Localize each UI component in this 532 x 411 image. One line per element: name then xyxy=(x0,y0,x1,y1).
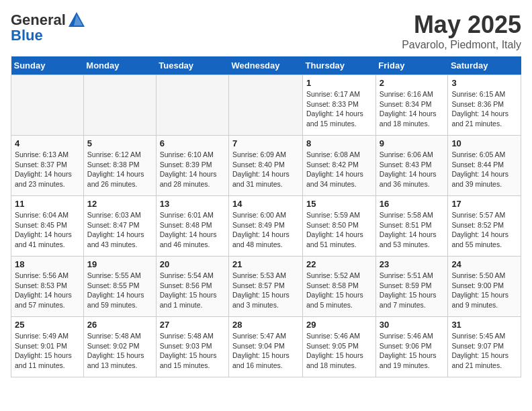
calendar-cell: 29Sunrise: 5:46 AM Sunset: 9:05 PM Dayli… xyxy=(303,317,376,377)
day-info: Sunrise: 5:50 AM Sunset: 9:00 PM Dayligh… xyxy=(451,271,517,310)
calendar-cell: 9Sunrise: 6:06 AM Sunset: 8:43 PM Daylig… xyxy=(375,136,448,196)
calendar-cell: 13Sunrise: 6:01 AM Sunset: 8:48 PM Dayli… xyxy=(156,196,228,257)
day-info: Sunrise: 5:59 AM Sunset: 8:50 PM Dayligh… xyxy=(306,210,372,250)
day-number: 26 xyxy=(87,320,152,330)
calendar-cell: 15Sunrise: 5:59 AM Sunset: 8:50 PM Dayli… xyxy=(303,196,376,257)
day-number: 12 xyxy=(87,199,152,209)
day-info: Sunrise: 5:57 AM Sunset: 8:52 PM Dayligh… xyxy=(451,210,517,250)
day-number: 9 xyxy=(380,138,445,148)
calendar-cell: 6Sunrise: 6:10 AM Sunset: 8:39 PM Daylig… xyxy=(156,136,228,196)
calendar-cell: 26Sunrise: 5:48 AM Sunset: 9:02 PM Dayli… xyxy=(83,317,156,377)
day-info: Sunrise: 6:13 AM Sunset: 8:37 PM Dayligh… xyxy=(15,150,80,189)
calendar-cell: 14Sunrise: 6:00 AM Sunset: 8:49 PM Dayli… xyxy=(229,196,303,257)
day-info: Sunrise: 6:06 AM Sunset: 8:43 PM Dayligh… xyxy=(380,150,445,189)
day-number: 29 xyxy=(306,320,372,330)
day-info: Sunrise: 6:16 AM Sunset: 8:34 PM Dayligh… xyxy=(380,89,445,129)
day-number: 23 xyxy=(380,259,445,269)
calendar-cell: 20Sunrise: 5:54 AM Sunset: 8:56 PM Dayli… xyxy=(156,257,228,317)
day-number: 31 xyxy=(451,320,517,330)
day-info: Sunrise: 5:58 AM Sunset: 8:51 PM Dayligh… xyxy=(380,210,445,250)
day-number: 1 xyxy=(306,78,372,88)
day-number: 15 xyxy=(306,199,372,209)
calendar-cell: 7Sunrise: 6:09 AM Sunset: 8:40 PM Daylig… xyxy=(229,136,303,196)
day-info: Sunrise: 6:09 AM Sunset: 8:40 PM Dayligh… xyxy=(232,150,299,189)
calendar-cell: 22Sunrise: 5:52 AM Sunset: 8:58 PM Dayli… xyxy=(303,257,376,317)
day-number: 21 xyxy=(232,259,299,269)
day-number: 10 xyxy=(451,138,517,148)
day-info: Sunrise: 5:45 AM Sunset: 9:07 PM Dayligh… xyxy=(451,331,517,371)
day-info: Sunrise: 6:10 AM Sunset: 8:39 PM Dayligh… xyxy=(160,150,225,189)
calendar-cell: 25Sunrise: 5:49 AM Sunset: 9:01 PM Dayli… xyxy=(11,317,84,377)
calendar-cell: 27Sunrise: 5:48 AM Sunset: 9:03 PM Dayli… xyxy=(156,317,228,377)
calendar-cell: 23Sunrise: 5:51 AM Sunset: 8:59 PM Dayli… xyxy=(375,257,448,317)
calendar-cell: 28Sunrise: 5:47 AM Sunset: 9:04 PM Dayli… xyxy=(229,317,303,377)
day-number: 25 xyxy=(15,320,80,330)
calendar-cell: 1Sunrise: 6:17 AM Sunset: 8:33 PM Daylig… xyxy=(303,75,376,136)
calendar-cell: 3Sunrise: 6:15 AM Sunset: 8:36 PM Daylig… xyxy=(448,75,521,136)
day-info: Sunrise: 5:48 AM Sunset: 9:03 PM Dayligh… xyxy=(160,331,225,371)
day-number: 27 xyxy=(160,320,225,330)
day-info: Sunrise: 5:54 AM Sunset: 8:56 PM Dayligh… xyxy=(160,271,225,310)
day-info: Sunrise: 6:15 AM Sunset: 8:36 PM Dayligh… xyxy=(451,89,517,129)
calendar-cell: 8Sunrise: 6:08 AM Sunset: 8:42 PM Daylig… xyxy=(303,136,376,196)
calendar-cell: 4Sunrise: 6:13 AM Sunset: 8:37 PM Daylig… xyxy=(11,136,84,196)
day-number: 5 xyxy=(87,138,152,148)
day-info: Sunrise: 6:01 AM Sunset: 8:48 PM Dayligh… xyxy=(160,210,225,250)
day-number: 17 xyxy=(451,199,517,209)
day-header-thursday: Thursday xyxy=(303,56,376,75)
calendar-cell: 2Sunrise: 6:16 AM Sunset: 8:34 PM Daylig… xyxy=(375,75,448,136)
calendar-table: SundayMondayTuesdayWednesdayThursdayFrid… xyxy=(11,56,521,377)
logo-icon xyxy=(67,11,86,30)
day-number: 30 xyxy=(380,320,445,330)
day-info: Sunrise: 5:52 AM Sunset: 8:58 PM Dayligh… xyxy=(306,271,372,310)
day-header-wednesday: Wednesday xyxy=(229,56,303,75)
calendar-cell: 12Sunrise: 6:03 AM Sunset: 8:47 PM Dayli… xyxy=(83,196,156,257)
week-row-4: 18Sunrise: 5:56 AM Sunset: 8:53 PM Dayli… xyxy=(11,257,521,317)
day-number: 13 xyxy=(160,199,225,209)
calendar-cell: 31Sunrise: 5:45 AM Sunset: 9:07 PM Dayli… xyxy=(448,317,521,377)
day-info: Sunrise: 6:12 AM Sunset: 8:38 PM Dayligh… xyxy=(87,150,152,189)
week-row-2: 4Sunrise: 6:13 AM Sunset: 8:37 PM Daylig… xyxy=(11,136,521,196)
calendar-cell xyxy=(156,75,228,136)
calendar-cell: 18Sunrise: 5:56 AM Sunset: 8:53 PM Dayli… xyxy=(11,257,84,317)
day-number: 19 xyxy=(87,259,152,269)
calendar-cell xyxy=(83,75,156,136)
day-info: Sunrise: 5:49 AM Sunset: 9:01 PM Dayligh… xyxy=(15,331,80,371)
calendar-cell: 17Sunrise: 5:57 AM Sunset: 8:52 PM Dayli… xyxy=(448,196,521,257)
logo-general: General xyxy=(11,11,66,28)
day-info: Sunrise: 6:03 AM Sunset: 8:47 PM Dayligh… xyxy=(87,210,152,250)
title-block: May 2025 Pavarolo, Piedmont, Italy xyxy=(402,11,521,51)
week-row-5: 25Sunrise: 5:49 AM Sunset: 9:01 PM Dayli… xyxy=(11,317,521,377)
day-number: 22 xyxy=(306,259,372,269)
day-info: Sunrise: 5:47 AM Sunset: 9:04 PM Dayligh… xyxy=(232,331,299,371)
calendar-cell: 24Sunrise: 5:50 AM Sunset: 9:00 PM Dayli… xyxy=(448,257,521,317)
location: Pavarolo, Piedmont, Italy xyxy=(402,39,521,51)
week-row-1: 1Sunrise: 6:17 AM Sunset: 8:33 PM Daylig… xyxy=(11,75,521,136)
day-info: Sunrise: 5:46 AM Sunset: 9:06 PM Dayligh… xyxy=(380,331,445,371)
calendar-cell: 21Sunrise: 5:53 AM Sunset: 8:57 PM Dayli… xyxy=(229,257,303,317)
day-info: Sunrise: 5:48 AM Sunset: 9:02 PM Dayligh… xyxy=(87,331,152,371)
logo: General Blue xyxy=(11,11,86,44)
calendar-body: 1Sunrise: 6:17 AM Sunset: 8:33 PM Daylig… xyxy=(11,75,521,377)
day-number: 24 xyxy=(451,259,517,269)
day-info: Sunrise: 6:17 AM Sunset: 8:33 PM Dayligh… xyxy=(306,89,372,129)
day-number: 7 xyxy=(232,138,299,148)
month-title: May 2025 xyxy=(402,11,521,39)
day-info: Sunrise: 5:53 AM Sunset: 8:57 PM Dayligh… xyxy=(232,271,299,310)
calendar-cell xyxy=(11,75,84,136)
days-of-week-row: SundayMondayTuesdayWednesdayThursdayFrid… xyxy=(11,56,521,75)
day-header-friday: Friday xyxy=(375,56,448,75)
calendar-cell: 5Sunrise: 6:12 AM Sunset: 8:38 PM Daylig… xyxy=(83,136,156,196)
day-number: 6 xyxy=(160,138,225,148)
day-number: 3 xyxy=(451,78,517,88)
calendar-cell xyxy=(229,75,303,136)
day-number: 2 xyxy=(380,78,445,88)
day-number: 18 xyxy=(15,259,80,269)
day-info: Sunrise: 5:46 AM Sunset: 9:05 PM Dayligh… xyxy=(306,331,372,371)
day-info: Sunrise: 5:56 AM Sunset: 8:53 PM Dayligh… xyxy=(15,271,80,310)
calendar-header: SundayMondayTuesdayWednesdayThursdayFrid… xyxy=(11,56,521,75)
day-info: Sunrise: 5:51 AM Sunset: 8:59 PM Dayligh… xyxy=(380,271,445,310)
day-number: 11 xyxy=(15,199,80,209)
calendar-cell: 19Sunrise: 5:55 AM Sunset: 8:55 PM Dayli… xyxy=(83,257,156,317)
day-info: Sunrise: 6:08 AM Sunset: 8:42 PM Dayligh… xyxy=(306,150,372,189)
